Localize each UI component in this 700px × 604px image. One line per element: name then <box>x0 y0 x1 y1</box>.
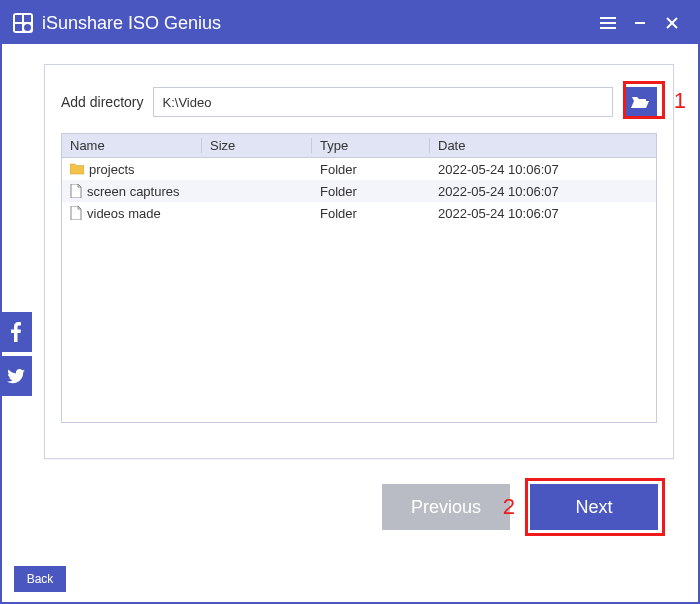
folder-icon <box>70 163 84 175</box>
file-type: Folder <box>312 184 430 199</box>
app-logo-icon <box>12 12 34 34</box>
header-date[interactable]: Date <box>430 138 656 153</box>
next-button[interactable]: Next <box>530 484 658 530</box>
file-name: projects <box>89 162 135 177</box>
add-directory-input[interactable] <box>153 87 613 117</box>
browse-folder-button[interactable] <box>623 87 657 117</box>
menu-button[interactable] <box>592 7 624 39</box>
table-header: Name Size Type Date <box>62 134 656 158</box>
file-type: Folder <box>312 162 430 177</box>
svg-rect-2 <box>24 15 31 22</box>
twitter-button[interactable] <box>0 356 32 396</box>
svg-rect-1 <box>15 15 22 22</box>
file-icon <box>70 206 82 220</box>
file-name: screen captures <box>87 184 180 199</box>
facebook-icon <box>11 322 21 342</box>
previous-button[interactable]: Previous <box>382 484 510 530</box>
close-button[interactable] <box>656 7 688 39</box>
svg-point-4 <box>24 24 31 31</box>
add-directory-label: Add directory <box>61 94 143 110</box>
table-row[interactable]: screen capturesFolder2022-05-24 10:06:07 <box>62 180 656 202</box>
twitter-icon <box>7 369 25 384</box>
header-name[interactable]: Name <box>62 138 202 153</box>
header-size[interactable]: Size <box>202 138 312 153</box>
file-icon <box>70 184 82 198</box>
file-date: 2022-05-24 10:06:07 <box>430 184 656 199</box>
facebook-button[interactable] <box>0 312 32 352</box>
file-table: Name Size Type Date projectsFolder2022-0… <box>61 133 657 423</box>
back-button[interactable]: Back <box>14 566 66 592</box>
file-date: 2022-05-24 10:06:07 <box>430 206 656 221</box>
file-name: videos made <box>87 206 161 221</box>
main-panel: Add directory Name Size Type Date projec… <box>44 64 674 459</box>
app-title: iSunshare ISO Genius <box>42 13 592 34</box>
title-bar: iSunshare ISO Genius <box>2 2 698 44</box>
file-type: Folder <box>312 206 430 221</box>
table-row[interactable]: videos madeFolder2022-05-24 10:06:07 <box>62 202 656 224</box>
social-sidebar <box>0 312 32 400</box>
folder-open-icon <box>631 95 649 109</box>
minimize-button[interactable] <box>624 7 656 39</box>
annotation-number-next: 2 <box>503 494 515 520</box>
file-date: 2022-05-24 10:06:07 <box>430 162 656 177</box>
svg-rect-3 <box>15 24 22 31</box>
annotation-number-browse: 1 <box>674 88 686 114</box>
table-row[interactable]: projectsFolder2022-05-24 10:06:07 <box>62 158 656 180</box>
header-type[interactable]: Type <box>312 138 430 153</box>
